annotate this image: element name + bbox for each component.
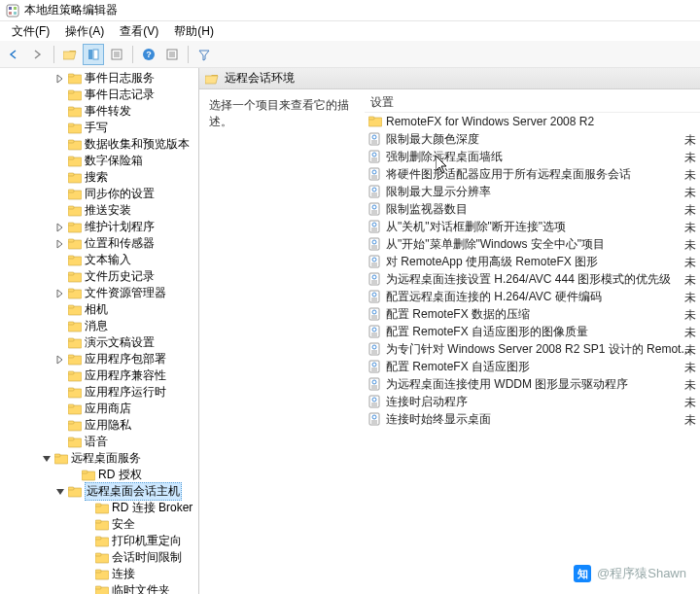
state-cell: 未 xyxy=(684,377,696,394)
chevron-down-icon[interactable] xyxy=(54,486,66,498)
list-item-label: 从"开始"菜单删除"Windows 安全中心"项目 xyxy=(386,236,605,253)
tree-item[interactable]: 文件资源管理器 xyxy=(0,285,198,301)
list-item[interactable]: 连接时始终显示桌面 xyxy=(365,410,700,428)
tree-item[interactable]: 事件转发 xyxy=(0,103,198,120)
list-item[interactable]: 从"关机"对话框删除"断开连接"选项 xyxy=(365,218,700,235)
folder-icon xyxy=(95,584,109,595)
list-item[interactable]: 配置远程桌面连接的 H.264/AVC 硬件编码 xyxy=(365,288,700,305)
state-cell: 未 xyxy=(684,167,696,184)
list-item-label: 对 RemoteApp 使用高级 RemoteFX 图形 xyxy=(386,254,598,270)
tree-item[interactable]: 同步你的设置 xyxy=(0,186,198,202)
state-column: 未未未未未未未未未未未未未未未未未 xyxy=(684,115,696,429)
folder-icon xyxy=(68,402,82,416)
menu-view[interactable]: 查看(V) xyxy=(112,21,166,42)
policy-setting-icon xyxy=(368,150,382,163)
tree-item-label: 安全 xyxy=(112,516,135,533)
tree-item-label: 文本输入 xyxy=(85,252,131,268)
menu-help[interactable]: 帮助(H) xyxy=(166,21,222,42)
tree-item[interactable]: 维护计划程序 xyxy=(0,219,198,235)
tree-item[interactable]: 会话时间限制 xyxy=(0,549,198,566)
tree-item[interactable]: 手写 xyxy=(0,120,198,136)
folder-icon xyxy=(68,419,82,433)
folder-icon xyxy=(68,303,82,317)
chevron-right-icon[interactable] xyxy=(54,238,66,250)
list-item[interactable]: 为专门针对 Windows Server 2008 R2 SP1 设计的 Rem… xyxy=(365,340,700,358)
tree-item[interactable]: 安全 xyxy=(0,516,198,533)
tree-item[interactable]: 远程桌面会话主机 xyxy=(0,483,198,500)
tree-item[interactable]: 语音 xyxy=(0,434,198,450)
export-button[interactable] xyxy=(106,44,127,65)
tree-item[interactable]: 文本输入 xyxy=(0,252,198,268)
tree-item[interactable]: 应用程序运行时 xyxy=(0,384,198,401)
list-item-label: 为远程桌面连接设置 H.264/AVC 444 图形模式的优先级 xyxy=(386,271,671,288)
tree-item[interactable]: RD 授权 xyxy=(0,467,198,483)
tree-item[interactable]: 演示文稿设置 xyxy=(0,334,198,351)
list-item[interactable]: 配置 RemoteFX 数据的压缩 xyxy=(365,305,700,323)
tree-item[interactable]: 相机 xyxy=(0,301,198,318)
settings-column-header[interactable]: 设置 xyxy=(365,93,700,113)
tree-item-label: 应用程序兼容性 xyxy=(85,367,166,384)
up-button[interactable] xyxy=(59,44,81,65)
list-item[interactable]: RemoteFX for Windows Server 2008 R2 xyxy=(365,113,700,130)
tree-item[interactable]: 连接 xyxy=(0,566,198,582)
back-button[interactable] xyxy=(4,44,25,65)
filter-button[interactable] xyxy=(193,44,215,65)
list-item-label: RemoteFX for Windows Server 2008 R2 xyxy=(386,115,594,128)
tree-item[interactable]: 应用商店 xyxy=(0,401,198,417)
tree-item[interactable]: 事件日志服务 xyxy=(0,70,198,87)
list-item-label: 限制最大颜色深度 xyxy=(386,131,479,148)
forward-button[interactable] xyxy=(27,44,49,65)
list-item[interactable]: 限制监视器数目 xyxy=(365,200,700,218)
tree-item[interactable]: 打印机重定向 xyxy=(0,533,198,549)
tree-item[interactable]: 数字保险箱 xyxy=(0,153,198,169)
tree-item[interactable]: 位置和传感器 xyxy=(0,235,198,252)
chevron-right-icon[interactable] xyxy=(54,354,66,366)
show-tree-button[interactable] xyxy=(83,44,104,65)
menu-action[interactable]: 操作(A) xyxy=(57,21,112,42)
tree-item[interactable]: 搜索 xyxy=(0,169,198,186)
tree-item[interactable]: RD 连接 Broker xyxy=(0,500,198,516)
chevron-right-icon[interactable] xyxy=(54,222,66,233)
list-item[interactable]: 配置 RemoteFX 自适应图形的图像质量 xyxy=(365,323,700,340)
folder-icon xyxy=(368,115,382,128)
list-item-label: 限制最大显示分辨率 xyxy=(386,184,491,200)
chevron-right-icon[interactable] xyxy=(54,73,66,85)
tree-item[interactable]: 应用隐私 xyxy=(0,417,198,434)
chevron-right-icon[interactable] xyxy=(54,288,66,299)
list-item[interactable]: 配置 RemoteFX 自适应图形 xyxy=(365,358,700,375)
folder-icon xyxy=(68,353,82,367)
tree-item[interactable]: 消息 xyxy=(0,318,198,334)
policy-setting-icon xyxy=(368,272,382,286)
svg-rect-18 xyxy=(93,50,98,59)
state-cell: 未 xyxy=(684,395,696,411)
tree-item[interactable]: 应用程序兼容性 xyxy=(0,367,198,384)
navigation-tree[interactable]: 事件日志服务事件日志记录事件转发手写数据收集和预览版本数字保险箱搜索同步你的设置… xyxy=(0,68,199,594)
list-item[interactable]: 连接时启动程序 xyxy=(365,393,700,410)
zhihu-icon: 知 xyxy=(574,565,591,582)
list-item-label: 为专门针对 Windows Server 2008 R2 SP1 设计的 Rem… xyxy=(386,341,690,358)
properties-button[interactable] xyxy=(161,44,183,65)
menu-file[interactable]: 文件(F) xyxy=(4,21,57,42)
list-item-label: 连接时始终显示桌面 xyxy=(386,411,491,428)
tree-item[interactable]: 数据收集和预览版本 xyxy=(0,136,198,153)
state-cell: 未 xyxy=(684,150,696,166)
list-item[interactable]: 限制最大颜色深度 xyxy=(365,130,700,148)
window-title: 本地组策略编辑器 xyxy=(24,2,118,18)
policy-setting-icon xyxy=(368,202,382,216)
tree-item[interactable]: 文件历史记录 xyxy=(0,268,198,285)
tree-item[interactable]: 远程桌面服务 xyxy=(0,450,198,467)
chevron-down-icon[interactable] xyxy=(41,453,52,465)
tree-item[interactable]: 事件日志记录 xyxy=(0,87,198,103)
list-item[interactable]: 为远程桌面连接设置 H.264/AVC 444 图形模式的优先级 xyxy=(365,270,700,288)
list-item[interactable]: 为远程桌面连接使用 WDDM 图形显示驱动程序 xyxy=(365,375,700,393)
folder-icon xyxy=(68,171,82,185)
list-item[interactable]: 强制删除远程桌面墙纸 xyxy=(365,148,700,165)
tree-item[interactable]: 应用程序包部署 xyxy=(0,351,198,367)
list-item[interactable]: 对 RemoteApp 使用高级 RemoteFX 图形 xyxy=(365,253,700,270)
tree-item[interactable]: 推送安装 xyxy=(0,202,198,219)
list-item[interactable]: 限制最大显示分辨率 xyxy=(365,183,700,200)
help-button[interactable] xyxy=(138,44,159,65)
tree-item[interactable]: 临时文件夹 xyxy=(0,582,198,594)
list-item[interactable]: 从"开始"菜单删除"Windows 安全中心"项目 xyxy=(365,235,700,253)
list-item[interactable]: 将硬件图形适配器应用于所有远程桌面服务会话 xyxy=(365,165,700,183)
